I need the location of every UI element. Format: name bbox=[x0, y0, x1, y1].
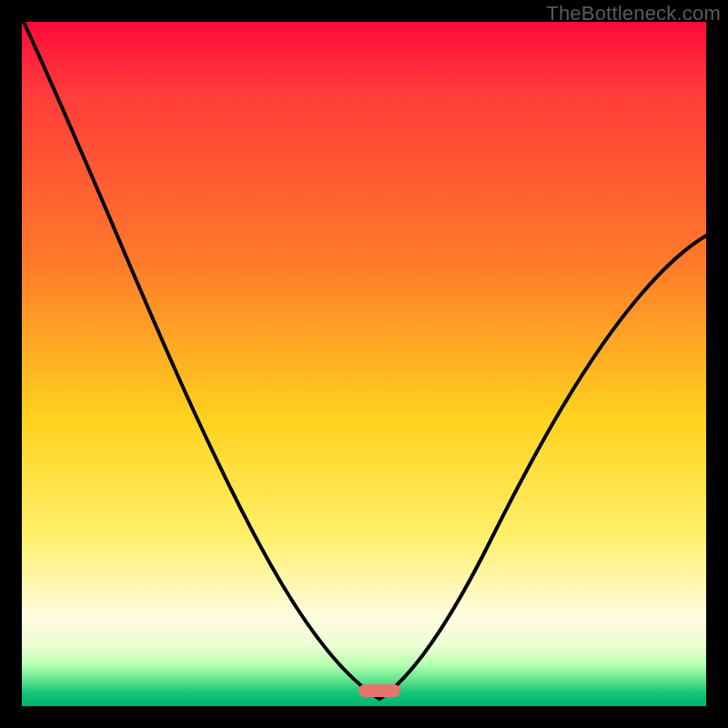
min-marker-pill bbox=[359, 684, 400, 697]
chart-frame bbox=[22, 22, 706, 706]
chart-background-gradient bbox=[22, 22, 706, 706]
